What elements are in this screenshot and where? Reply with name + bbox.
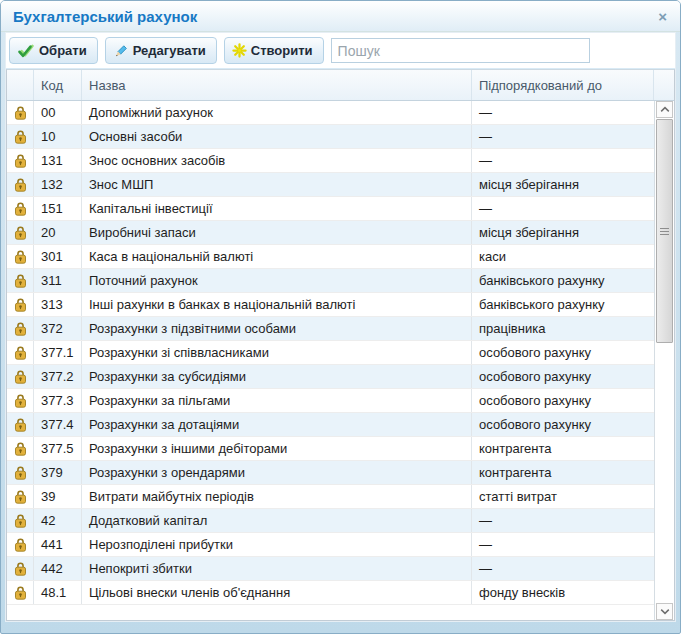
table-row[interactable]: 377.1 Розрахунки зі співвласниками особо… xyxy=(7,341,654,365)
scroll-up-button[interactable] xyxy=(656,101,673,118)
lock-icon xyxy=(14,201,27,216)
lock-icon xyxy=(14,321,27,336)
edit-button-label: Редагувати xyxy=(133,43,206,58)
lock-icon xyxy=(14,537,27,552)
lock-icon xyxy=(14,585,27,600)
header-code[interactable]: Код xyxy=(34,70,82,100)
row-lock-cell xyxy=(7,221,34,244)
header-lock-column xyxy=(7,70,34,100)
table-row[interactable]: 377.2 Розрахунки за субсидіями особового… xyxy=(7,365,654,389)
chevron-down-icon xyxy=(660,608,670,615)
select-button-label: Обрати xyxy=(39,43,87,58)
table-row[interactable]: 131 Знос основних засобів — xyxy=(7,149,654,173)
row-name: Знос МШП xyxy=(82,173,472,196)
row-name: Розрахунки з іншими дебіторами xyxy=(82,437,472,460)
row-code: 441 xyxy=(34,533,82,556)
select-button[interactable]: Обрати xyxy=(9,37,98,64)
table-row[interactable]: 377.4 Розрахунки за дотаціями особового … xyxy=(7,413,654,437)
lock-icon xyxy=(14,249,27,264)
row-name: Поточний рахунок xyxy=(82,269,472,292)
row-parent: контрагента xyxy=(472,437,654,460)
row-parent: місця зберігання xyxy=(472,221,654,244)
scroll-down-button[interactable] xyxy=(656,603,673,620)
table-row[interactable]: 48.1 Цільові внески членів об'єднання фо… xyxy=(7,581,654,605)
row-name: Розрахунки з орендарями xyxy=(82,461,472,484)
dialog-content: Обрати Редагувати xyxy=(5,32,676,622)
row-name: Знос основних засобів xyxy=(82,149,472,172)
close-icon[interactable]: × xyxy=(655,9,670,24)
table-row[interactable]: 311 Поточний рахунок банківського рахунк… xyxy=(7,269,654,293)
pencil-icon xyxy=(113,43,129,59)
row-lock-cell xyxy=(7,509,34,532)
row-code: 377.4 xyxy=(34,413,82,436)
row-lock-cell xyxy=(7,197,34,220)
row-lock-cell xyxy=(7,461,34,484)
table-row[interactable]: 10 Основні засоби — xyxy=(7,125,654,149)
table-row[interactable]: 42 Додатковий капітал — xyxy=(7,509,654,533)
row-name: Розрахунки за пільгами xyxy=(82,389,472,412)
row-name: Витрати майбутніх періодів xyxy=(82,485,472,508)
row-code: 313 xyxy=(34,293,82,316)
row-lock-cell xyxy=(7,293,34,316)
table-row[interactable]: 151 Капітальні інвестиції — xyxy=(7,197,654,221)
row-parent: фонду внесків xyxy=(472,581,654,604)
chevron-up-icon xyxy=(660,106,670,113)
search-input[interactable] xyxy=(331,38,590,63)
table-row[interactable]: 00 Допоміжний рахунок — xyxy=(7,101,654,125)
scroll-thumb[interactable] xyxy=(656,119,673,343)
grid-header: Код Назва Підпорядкований до xyxy=(7,70,674,101)
double-check-icon xyxy=(17,43,35,59)
row-code: 48.1 xyxy=(34,581,82,604)
row-code: 20 xyxy=(34,221,82,244)
row-code: 311 xyxy=(34,269,82,292)
vertical-scrollbar[interactable] xyxy=(654,101,674,620)
row-parent: — xyxy=(472,101,654,124)
edit-button[interactable]: Редагувати xyxy=(105,37,217,64)
row-name: Непокриті збитки xyxy=(82,557,472,580)
table-row[interactable]: 313 Інші рахунки в банках в національній… xyxy=(7,293,654,317)
header-name[interactable]: Назва xyxy=(82,70,472,100)
lock-icon xyxy=(14,393,27,408)
header-parent[interactable]: Підпорядкований до xyxy=(472,70,654,100)
row-parent: — xyxy=(472,533,654,556)
row-parent: працівника xyxy=(472,317,654,340)
row-parent: — xyxy=(472,557,654,580)
row-code: 377.2 xyxy=(34,365,82,388)
row-code: 377.5 xyxy=(34,437,82,460)
table-row[interactable]: 372 Розрахунки з підзвітними особами пра… xyxy=(7,317,654,341)
row-code: 132 xyxy=(34,173,82,196)
table-row[interactable]: 379 Розрахунки з орендарями контрагента xyxy=(7,461,654,485)
row-lock-cell xyxy=(7,125,34,148)
lock-icon xyxy=(14,345,27,360)
table-row[interactable]: 441 Нерозподілені прибутки — xyxy=(7,533,654,557)
lock-icon xyxy=(14,273,27,288)
row-parent: місця зберігання xyxy=(472,173,654,196)
row-parent: — xyxy=(472,509,654,532)
table-row[interactable]: 20 Виробничі запаси місця зберігання xyxy=(7,221,654,245)
table-row[interactable]: 301 Каса в національній валюті каси xyxy=(7,245,654,269)
row-name: Розрахунки зі співвласниками xyxy=(82,341,472,364)
table-row[interactable]: 132 Знос МШП місця зберігання xyxy=(7,173,654,197)
window-title: Бухгалтерський рахунок xyxy=(13,8,655,25)
table-row[interactable]: 39 Витрати майбутніх періодів статті вит… xyxy=(7,485,654,509)
row-name: Основні засоби xyxy=(82,125,472,148)
lock-icon xyxy=(14,369,27,384)
table-row[interactable]: 442 Непокриті збитки — xyxy=(7,557,654,581)
row-code: 301 xyxy=(34,245,82,268)
row-lock-cell xyxy=(7,245,34,268)
row-lock-cell xyxy=(7,437,34,460)
lock-icon xyxy=(14,489,27,504)
lock-icon xyxy=(14,129,27,144)
titlebar: Бухгалтерський рахунок × xyxy=(1,1,680,32)
row-parent: банківського рахунку xyxy=(472,293,654,316)
table-row[interactable]: 377.5 Розрахунки з іншими дебіторами кон… xyxy=(7,437,654,461)
create-button[interactable]: Створити xyxy=(224,37,324,64)
row-parent: — xyxy=(472,197,654,220)
dialog-window: Бухгалтерський рахунок × Обрати Редагува… xyxy=(0,0,681,634)
table-row[interactable]: 377.3 Розрахунки за пільгами особового р… xyxy=(7,389,654,413)
lock-icon xyxy=(14,105,27,120)
table-body: 00 Допоміжний рахунок — 10 Основні засоб… xyxy=(7,101,654,620)
lock-icon xyxy=(14,441,27,456)
toolbar: Обрати Редагувати xyxy=(6,33,675,69)
row-lock-cell xyxy=(7,173,34,196)
